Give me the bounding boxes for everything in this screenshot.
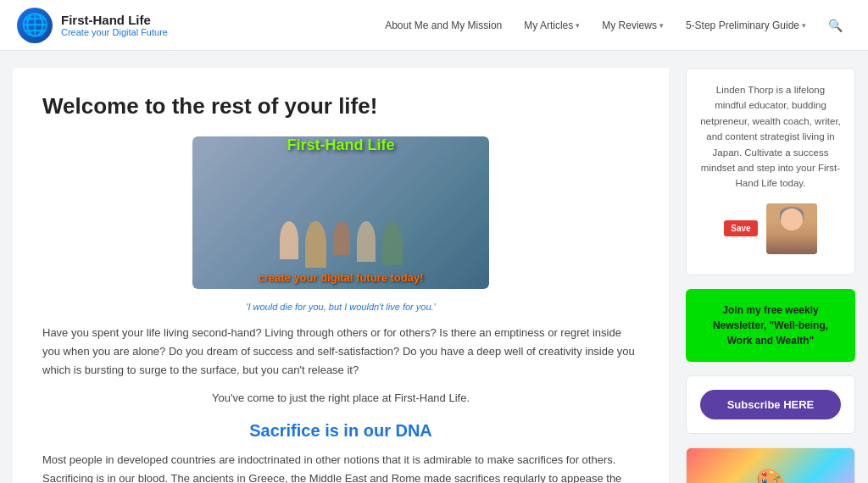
avatar-person — [766, 203, 817, 254]
hero-figures — [192, 221, 489, 268]
site-header: 🌐 First-Hand Life Create your Digital Fu… — [0, 0, 868, 51]
nav-guide[interactable]: 5-Step Preliminary Guide ▾ — [677, 14, 815, 36]
section1-heading: Sacrifice is in our DNA — [42, 421, 639, 441]
sidebar-avatar-row: Save — [700, 203, 841, 254]
nav-guide-arrow: ▾ — [802, 21, 806, 30]
hero-image: First-Hand Life create your digital futu… — [192, 136, 489, 289]
page-title: Welcome to the rest of your life! — [42, 93, 639, 119]
page-wrapper: Welcome to the rest of your life! First-… — [0, 51, 868, 483]
center-text: You've come to just the right place at F… — [42, 391, 639, 404]
sidebar: Linden Thorp is a lifelong mindful educa… — [686, 68, 855, 483]
nav-reviews[interactable]: My Reviews ▾ — [593, 14, 672, 36]
nav-about[interactable]: About Me and My Mission — [376, 14, 510, 36]
search-icon[interactable]: 🔍 — [820, 14, 851, 37]
logo-icon: 🌐 — [17, 8, 53, 43]
hero-image-container: First-Hand Life create your digital futu… — [192, 136, 489, 289]
save-button[interactable]: Save — [724, 220, 757, 236]
main-content: Welcome to the rest of your life! First-… — [13, 68, 669, 483]
sidebar-bio-card: Linden Thorp is a lifelong mindful educa… — [686, 68, 855, 275]
avatar — [766, 203, 817, 254]
hero-quote: 'I would die for you, but I wouldn't liv… — [42, 302, 639, 312]
nav-articles-arrow: ▾ — [576, 21, 580, 30]
sidebar-image-card: 🎨 — [686, 447, 855, 483]
newsletter-text: Join my free weekly Newsletter, "Well-be… — [699, 303, 842, 348]
body-paragraph-1: Have you spent your life living second-h… — [42, 324, 639, 380]
avatar-head — [781, 208, 803, 230]
sidebar-image-placeholder: 🎨 — [687, 448, 854, 483]
hero-subtitle-text: create your digital future today! — [258, 266, 423, 289]
newsletter-card: Join my free weekly Newsletter, "Well-be… — [686, 289, 855, 362]
subscribe-card: Subscribe HERE — [686, 375, 855, 434]
site-nav: About Me and My Mission My Articles ▾ My… — [376, 14, 851, 37]
subscribe-button[interactable]: Subscribe HERE — [700, 390, 841, 419]
site-tagline: Create your Digital Future — [61, 27, 168, 37]
section1-body: Most people in developed countries are i… — [42, 451, 639, 483]
logo-text: First-Hand Life Create your Digital Futu… — [61, 13, 168, 37]
nav-reviews-arrow: ▾ — [659, 21, 664, 30]
hero-title-text: First-Hand Life — [287, 136, 394, 154]
nav-articles[interactable]: My Articles ▾ — [515, 14, 588, 36]
site-logo: 🌐 First-Hand Life Create your Digital Fu… — [17, 8, 168, 43]
site-name: First-Hand Life — [61, 13, 168, 27]
globe-icon: 🌐 — [21, 12, 48, 38]
sidebar-bio-text: Linden Thorp is a lifelong mindful educa… — [700, 82, 841, 192]
